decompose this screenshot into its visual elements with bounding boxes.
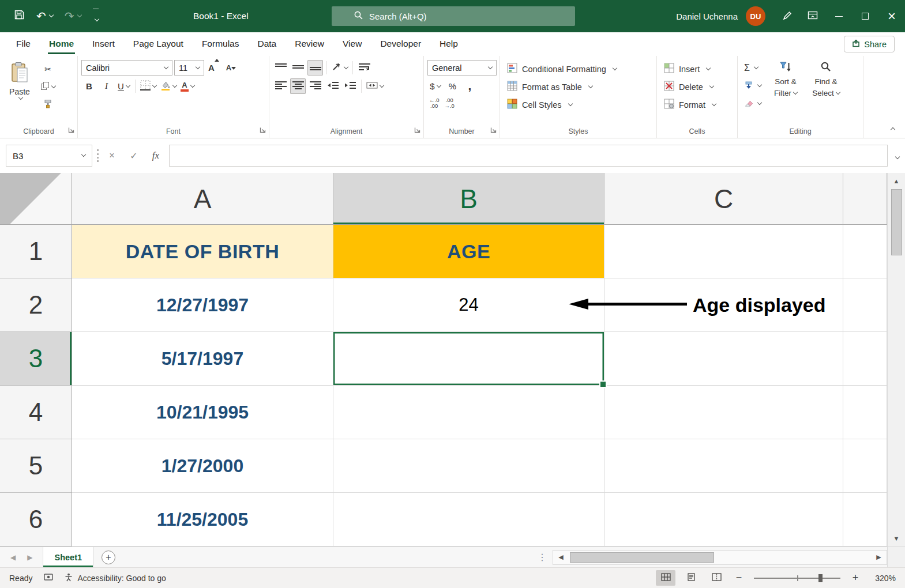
cell-A5[interactable]: 1/27/2000 xyxy=(72,439,333,493)
cell-D2[interactable] xyxy=(843,278,887,332)
vertical-scroll-thumb[interactable] xyxy=(891,189,902,255)
ribbon-display-options-button[interactable] xyxy=(800,0,825,32)
row-header-1[interactable]: 1 xyxy=(0,225,72,278)
add-sheet-button[interactable]: + xyxy=(102,551,115,564)
borders-button[interactable] xyxy=(139,78,157,94)
decrease-decimal-button[interactable]: .00 →.0 xyxy=(442,97,456,110)
zoom-in-button[interactable]: + xyxy=(848,571,862,585)
page-layout-view-button[interactable] xyxy=(681,570,701,586)
cell-D5[interactable] xyxy=(843,439,887,493)
decrease-indent-button[interactable] xyxy=(325,78,340,94)
redo-button[interactable]: ↷ xyxy=(60,5,86,28)
share-button[interactable]: Share xyxy=(844,36,895,52)
cell-C4[interactable] xyxy=(604,386,843,439)
copy-button[interactable] xyxy=(39,79,57,95)
row-header-5[interactable]: 5 xyxy=(0,439,72,493)
cell-B4[interactable] xyxy=(333,386,604,439)
user-avatar[interactable]: DU xyxy=(746,6,765,26)
comma-style-button[interactable]: , xyxy=(462,78,478,94)
search-box[interactable]: Search (Alt+Q) xyxy=(332,6,575,26)
clear-button[interactable] xyxy=(741,96,764,112)
formula-bar-grip[interactable] xyxy=(97,149,99,162)
scroll-up-button[interactable]: ▲ xyxy=(888,173,905,189)
tab-splitter-grip[interactable]: ⋮ xyxy=(538,552,553,563)
cell-C6[interactable] xyxy=(604,493,843,546)
cell-A3[interactable]: 5/17/1997 xyxy=(72,332,333,386)
conditional-formatting-button[interactable]: Conditional Formatting xyxy=(504,60,620,78)
save-button[interactable] xyxy=(9,5,29,28)
tab-file[interactable]: File xyxy=(7,32,40,56)
increase-indent-button[interactable] xyxy=(342,78,358,94)
cell-D6[interactable] xyxy=(843,493,887,546)
page-break-view-button[interactable] xyxy=(707,570,726,586)
align-center-button[interactable] xyxy=(290,78,306,94)
cell-C5[interactable] xyxy=(604,439,843,493)
row-header-2[interactable]: 2 xyxy=(0,278,72,332)
tab-developer[interactable]: Developer xyxy=(371,32,430,56)
cell-D1[interactable] xyxy=(843,225,887,278)
percent-style-button[interactable]: % xyxy=(445,78,460,94)
cut-button[interactable]: ✂ xyxy=(39,61,57,77)
align-middle-button[interactable] xyxy=(290,60,306,76)
row-header-4[interactable]: 4 xyxy=(0,386,72,439)
underline-button[interactable]: U xyxy=(116,78,132,94)
row-header-6[interactable]: 6 xyxy=(0,493,72,546)
row-header-3[interactable]: 3 xyxy=(0,332,72,386)
delete-cells-button[interactable]: Delete xyxy=(660,78,717,96)
horizontal-scrollbar[interactable]: ◀ ▶ xyxy=(553,550,887,565)
font-color-button[interactable]: A xyxy=(179,78,196,94)
font-size-combobox[interactable]: 11 xyxy=(174,60,204,76)
undo-button[interactable]: ↶ xyxy=(32,5,58,28)
tab-home[interactable]: Home xyxy=(40,32,83,56)
tab-page-layout[interactable]: Page Layout xyxy=(124,32,193,56)
tab-help[interactable]: Help xyxy=(430,32,467,56)
normal-view-button[interactable] xyxy=(656,570,675,586)
tab-data[interactable]: Data xyxy=(248,32,286,56)
paste-button[interactable]: Paste xyxy=(3,60,36,112)
vertical-scrollbar[interactable]: ▲ ▼ xyxy=(887,173,905,546)
align-bottom-button[interactable] xyxy=(307,60,323,76)
cancel-button[interactable]: × xyxy=(103,147,121,164)
scroll-right-button[interactable]: ▶ xyxy=(871,551,887,564)
sheet-tab-sheet1[interactable]: Sheet1 xyxy=(43,547,93,567)
decrease-font-size-button[interactable]: A xyxy=(223,60,239,76)
italic-button[interactable]: I xyxy=(99,78,114,94)
cell-C3[interactable] xyxy=(604,332,843,386)
enter-button[interactable]: ✓ xyxy=(125,147,142,164)
scroll-down-button[interactable]: ▼ xyxy=(888,530,905,546)
fill-button[interactable] xyxy=(741,78,764,94)
user-name[interactable]: Daniel Uchenna xyxy=(676,12,738,21)
format-painter-button[interactable] xyxy=(39,97,57,112)
collapse-ribbon-button[interactable] xyxy=(889,125,895,133)
zoom-slider[interactable] xyxy=(754,578,840,579)
cell-B1[interactable]: AGE xyxy=(333,225,604,278)
minimize-button[interactable] xyxy=(825,0,852,32)
insert-cells-button[interactable]: Insert xyxy=(660,60,714,78)
cell-B5[interactable] xyxy=(333,439,604,493)
customize-quick-access-button[interactable] xyxy=(88,5,103,28)
font-family-combobox[interactable]: Calibri xyxy=(81,60,172,76)
align-top-button[interactable] xyxy=(273,60,288,76)
scroll-left-button[interactable]: ◀ xyxy=(553,551,569,564)
tab-insert[interactable]: Insert xyxy=(83,32,124,56)
format-cells-button[interactable]: Format xyxy=(660,96,719,114)
cell-A2[interactable]: 12/27/1997 xyxy=(72,278,333,332)
increase-font-size-button[interactable]: A xyxy=(206,60,221,76)
expand-formula-bar-button[interactable] xyxy=(893,152,899,160)
orientation-button[interactable] xyxy=(331,60,349,76)
tab-review[interactable]: Review xyxy=(286,32,333,56)
accounting-format-button[interactable]: $ xyxy=(427,78,443,94)
cell-C1[interactable] xyxy=(604,225,843,278)
column-header-A[interactable]: A xyxy=(72,173,333,225)
merge-center-button[interactable] xyxy=(365,78,385,94)
number-format-combobox[interactable]: General xyxy=(427,60,497,76)
next-sheet-icon[interactable]: ▶ xyxy=(27,553,32,561)
zoom-out-button[interactable]: − xyxy=(732,571,746,585)
ink-pen-button[interactable] xyxy=(775,0,800,32)
zoom-level[interactable]: 320% xyxy=(868,574,896,583)
sort-filter-button[interactable]: Sort & Filter xyxy=(767,60,805,112)
zoom-slider-thumb[interactable] xyxy=(818,574,823,582)
close-button[interactable]: × xyxy=(878,0,905,32)
bold-button[interactable]: B xyxy=(81,78,97,94)
name-box[interactable]: B3 xyxy=(6,145,92,167)
